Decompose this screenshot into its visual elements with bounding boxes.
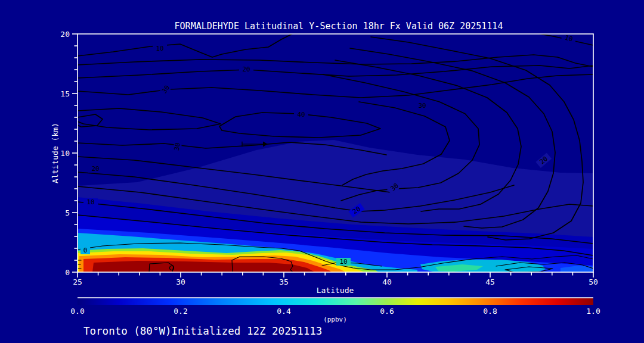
y-tick-label: 15 (60, 89, 70, 98)
x-tick-label: 40 (382, 277, 392, 286)
contour-label: 0 (80, 247, 90, 254)
svg-text:30: 30 (418, 102, 426, 110)
contour-label: 10 (336, 258, 351, 266)
colorbar-tick-label: 0.8 (483, 307, 497, 316)
x-tick-label: 50 (589, 277, 598, 286)
y-tick-label: 10 (60, 149, 70, 158)
contour-label: 40 (294, 111, 308, 119)
contour-label: 20 (88, 165, 103, 173)
x-axis-title: Latitude (317, 286, 354, 295)
colorbar-units-label: (ppbv) (323, 316, 347, 323)
y-tick-label: 0 (65, 268, 70, 277)
contour-label: 20 (239, 66, 253, 73)
svg-text:30: 30 (173, 142, 182, 151)
x-tick-label: 30 (176, 277, 185, 286)
svg-text:10: 10 (156, 45, 163, 52)
caption: Toronto (80°W)Initialized 12Z 20251113 (83, 325, 322, 337)
contour-label: 10 (83, 198, 98, 206)
formaldehyde-cross-section-chart: FORMALDEHYDE Latitudinal Y-Section 18hr … (0, 0, 644, 343)
colorbar-tick-label: 0.6 (380, 307, 394, 316)
svg-text:10: 10 (339, 258, 347, 266)
colorbar-tick-label: 0.2 (174, 307, 187, 316)
chart-title: FORMALDEHYDE Latitudinal Y-Section 18hr … (175, 21, 503, 32)
chart-canvas: FORMALDEHYDE Latitudinal Y-Section 18hr … (0, 0, 644, 343)
colorbar-gradient (78, 298, 593, 305)
x-tick-label: 25 (73, 277, 82, 286)
svg-text:20: 20 (242, 66, 250, 73)
svg-text:10: 10 (86, 198, 94, 206)
contour-label: 10 (153, 45, 167, 52)
colorbar-tick-label: 0.4 (277, 307, 291, 316)
y-tick-label: 20 (60, 30, 70, 39)
x-tick-label: 45 (485, 277, 495, 286)
svg-text:40: 40 (297, 111, 305, 119)
y-tick-label: 5 (65, 208, 70, 217)
colorbar-tick-label: 1.0 (586, 307, 600, 316)
colorbar-tick-label: 0.0 (70, 307, 84, 316)
x-tick-label: 35 (279, 277, 289, 286)
contour-label: 30 (415, 102, 429, 110)
y-axis-title: Altitude (km) (51, 123, 60, 183)
svg-text:0: 0 (83, 247, 88, 254)
svg-text:20: 20 (91, 165, 99, 173)
